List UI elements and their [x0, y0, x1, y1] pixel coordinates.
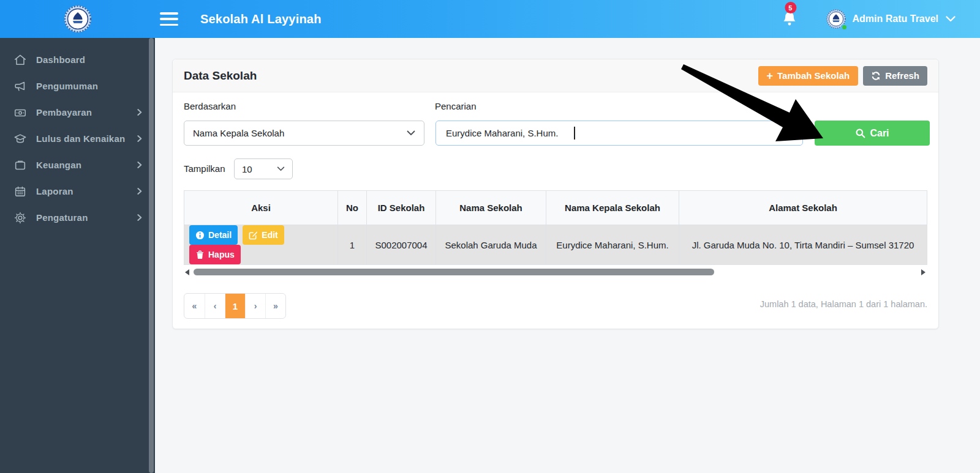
search-input[interactable]: Eurydice Maharani, S.Hum.	[435, 121, 803, 146]
app-title: Sekolah Al Layyinah	[200, 12, 322, 26]
notification-count-badge: 5	[785, 2, 796, 13]
sidebar-item-label: Laporan	[36, 186, 136, 196]
pencarian-label: Pencarian	[435, 101, 477, 111]
edit-button[interactable]: Edit	[243, 225, 284, 245]
sidebar-scrollbar[interactable]	[149, 38, 154, 473]
banknote-icon	[13, 106, 27, 119]
school-logo-icon	[63, 4, 92, 34]
sidebar-item-label: Dashboard	[36, 54, 143, 65]
search-input-value: Eurydice Maharani, S.Hum.	[446, 128, 558, 138]
tampilkan-label: Tampilkan	[184, 163, 225, 174]
home-icon	[13, 53, 27, 67]
wallet-icon	[13, 158, 27, 172]
column-header-nama-kepala: Nama Kepala Sekolah	[546, 191, 679, 225]
berdasarkan-select[interactable]: Nama Kepala Sekolah	[184, 121, 424, 146]
chevron-right-icon	[136, 135, 143, 142]
megaphone-icon	[13, 80, 27, 93]
chevron-down-icon	[277, 166, 285, 171]
sidebar-item-label: Pengaturan	[36, 212, 136, 223]
cell-nama-kepala: Eurydice Maharani, S.Hum.	[546, 225, 679, 265]
pagination-summary: Jumlah 1 data, Halaman 1 dari 1 halaman.	[760, 299, 927, 309]
tampilkan-select[interactable]: 10	[234, 158, 293, 179]
column-header-nama-sekolah: Nama Sekolah	[436, 191, 546, 225]
pencil-square-icon	[249, 231, 258, 240]
refresh-button[interactable]: Refresh	[863, 66, 927, 86]
sidebar-item-label: Pengumuman	[36, 81, 143, 91]
school-logo	[0, 4, 155, 34]
gear-icon	[13, 211, 27, 225]
sidebar-item-dashboard[interactable]: Dashboard	[0, 47, 155, 73]
user-avatar[interactable]	[826, 9, 846, 29]
column-header-alamat: Alamat Sekolah	[679, 191, 927, 225]
pagination-page-1-button[interactable]: 1	[225, 294, 245, 318]
pagination: « ‹ 1 › »	[184, 293, 286, 319]
hapus-label: Hapus	[208, 250, 235, 259]
sidebar-item-laporan[interactable]: Laporan	[0, 178, 155, 204]
top-header-bar: Sekolah Al Layyinah 5	[0, 0, 980, 38]
detail-label: Detail	[208, 230, 232, 240]
calendar-icon	[13, 185, 27, 198]
text-cursor	[574, 127, 575, 140]
sidebar-item-label: Pembayaran	[36, 107, 136, 117]
chevron-down-icon[interactable]	[946, 16, 956, 22]
online-status-dot	[841, 24, 848, 31]
hamburger-menu-icon[interactable]	[160, 12, 178, 26]
berdasarkan-selected-value: Nama Kepala Sekolah	[193, 128, 284, 138]
refresh-icon	[871, 71, 881, 81]
hapus-button[interactable]: Hapus	[189, 245, 241, 264]
sidebar-item-keuangan[interactable]: Keuangan	[0, 152, 155, 178]
data-sekolah-card: Data Sekolah + Tambah Sekolah Refresh	[172, 59, 939, 329]
sidebar-item-pengaturan[interactable]: Pengaturan	[0, 204, 155, 231]
aksi-cell: Detail Edit	[184, 225, 338, 265]
scrollbar-thumb[interactable]	[194, 269, 714, 275]
sidebar: Dashboard Pengumuman Pembayaran	[0, 38, 155, 473]
pagination-prev-button[interactable]: ‹	[205, 294, 225, 318]
chevron-down-icon	[407, 130, 415, 136]
tampilkan-selected-value: 10	[242, 164, 252, 174]
sidebar-item-label: Keuangan	[36, 160, 136, 170]
plus-icon: +	[767, 70, 774, 81]
table-row: Detail Edit	[184, 225, 927, 265]
edit-label: Edit	[262, 230, 277, 240]
chevron-right-icon	[136, 162, 143, 168]
cell-id-sekolah: S002007004	[367, 225, 436, 265]
card-header: Data Sekolah + Tambah Sekolah Refresh	[173, 59, 938, 92]
tambah-sekolah-button[interactable]: + Tambah Sekolah	[758, 66, 859, 86]
search-icon	[855, 128, 865, 138]
cell-alamat: Jl. Garuda Muda No. 10, Tirta Mandiri – …	[679, 225, 927, 265]
sidebar-item-pengumuman[interactable]: Pengumuman	[0, 73, 155, 99]
cell-nama-sekolah: Sekolah Garuda Muda	[436, 225, 546, 265]
column-header-no: No	[338, 191, 367, 225]
detail-button[interactable]: Detail	[189, 225, 238, 245]
scroll-right-arrow-icon[interactable]	[921, 269, 925, 275]
chevron-right-icon	[136, 109, 143, 116]
cari-button[interactable]: Cari	[815, 121, 930, 146]
chevron-right-icon	[136, 214, 143, 221]
sidebar-item-label: Lulus dan Kenaikan	[36, 133, 136, 144]
refresh-label: Refresh	[885, 70, 919, 81]
table-header-row: Aksi No ID Sekolah Nama Sekolah Nama Kep…	[184, 191, 927, 225]
app-window: Sekolah Al Layyinah 5	[0, 0, 980, 473]
berdasarkan-label: Berdasarkan	[184, 101, 236, 111]
chevron-right-icon	[136, 188, 143, 195]
pagination-first-button[interactable]: «	[184, 294, 205, 318]
tambah-sekolah-label: Tambah Sekolah	[777, 70, 850, 81]
data-sekolah-table: Aksi No ID Sekolah Nama Sekolah Nama Kep…	[184, 190, 927, 265]
table-horizontal-scrollbar	[184, 269, 927, 276]
pagination-last-button[interactable]: »	[265, 294, 285, 318]
cell-no: 1	[338, 225, 367, 265]
trash-icon	[195, 250, 205, 259]
sidebar-item-lulus-dan-kenaikan[interactable]: Lulus dan Kenaikan	[0, 125, 155, 152]
pagination-next-button[interactable]: ›	[245, 294, 265, 318]
column-header-aksi: Aksi	[184, 191, 338, 225]
page-title: Data Sekolah	[184, 69, 257, 83]
graduation-cap-icon	[13, 132, 27, 146]
cari-label: Cari	[870, 128, 889, 139]
column-header-id-sekolah: ID Sekolah	[367, 191, 436, 225]
info-circle-icon	[195, 231, 205, 240]
user-menu-label[interactable]: Admin Ratu Travel	[853, 13, 938, 24]
sidebar-item-pembayaran[interactable]: Pembayaran	[0, 99, 155, 125]
notifications-button[interactable]: 5	[782, 10, 797, 28]
scroll-left-arrow-icon[interactable]	[185, 269, 189, 275]
